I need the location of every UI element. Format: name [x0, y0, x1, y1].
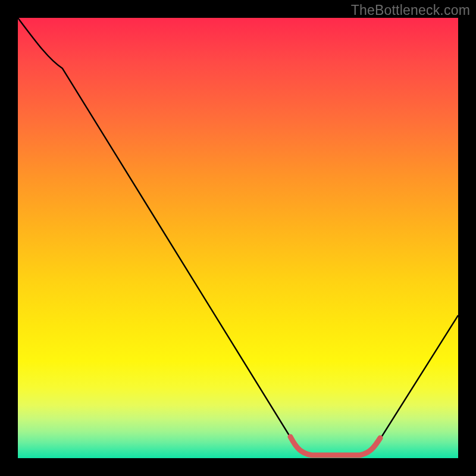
watermark-text: TheBottleneck.com [351, 2, 470, 18]
plot-area [18, 18, 458, 458]
curve-path [18, 18, 458, 455]
bottleneck-curve-svg [18, 18, 458, 458]
chart-frame: TheBottleneck.com [0, 0, 476, 476]
trough-marker [290, 437, 380, 455]
